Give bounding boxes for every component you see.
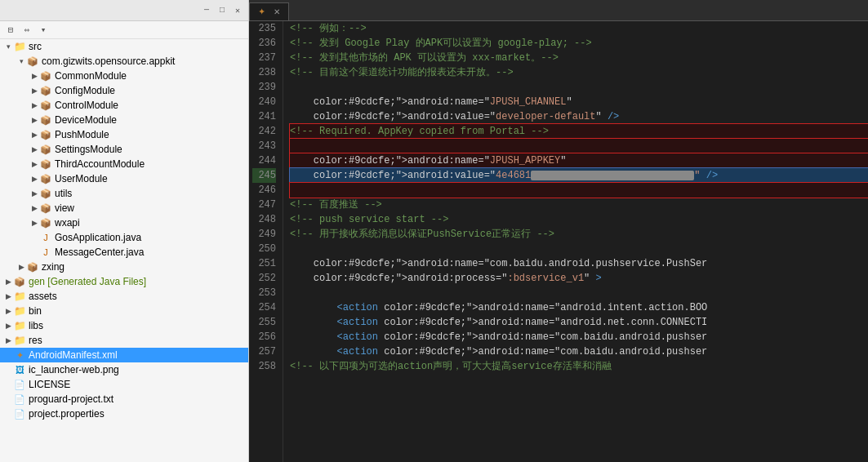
tab-close-button[interactable]: ✕ — [274, 7, 280, 16]
code-line: <action color:#9cdcfe;">android:name="an… — [290, 300, 868, 315]
line-number: 248 — [252, 212, 276, 227]
line-number: 236 — [252, 36, 276, 51]
line-number: 244 — [252, 153, 276, 168]
tree-arrow: ▶ — [29, 101, 39, 109]
line-number: 242 — [252, 124, 276, 139]
tree-item-src[interactable]: ▾📁src — [0, 39, 248, 54]
line-number: 240 — [252, 95, 276, 109]
tree-item-label: src — [29, 41, 42, 52]
tree-arrow: ▶ — [29, 219, 39, 227]
tree-item-ControlModule[interactable]: ▶📦ControlModule — [0, 98, 248, 113]
tree-item-proguard-project[interactable]: 📄proguard-project.txt — [0, 392, 248, 406]
panel-toolbar: ⊟ ⇔ ▾ — [0, 21, 248, 39]
code-line: color:#9cdcfe;">android:name="JPUSH_APPK… — [290, 153, 868, 168]
code-line — [290, 80, 868, 95]
code-line: <!-- 用于接收系统消息以保证PushService正常运行 --> — [290, 227, 868, 242]
tree-item-label: libs — [29, 320, 43, 331]
xml-file-icon: ✦ — [258, 7, 265, 17]
code-line: <!-- 例如：--> — [290, 21, 868, 36]
tree-item-assets[interactable]: ▶📁assets — [0, 289, 248, 304]
tree-item-utils[interactable]: ▶📦utils — [0, 186, 248, 201]
tree-item-label: AndroidManifest.xml — [29, 349, 118, 361]
tree-item-CommonModule[interactable]: ▶📦CommonModule — [0, 69, 248, 83]
tree-arrow: ▶ — [29, 189, 39, 198]
tree-item-zxing[interactable]: ▶📦zxing — [0, 260, 248, 274]
code-line: color:#9cdcfe;">android:name="com.baidu.… — [290, 256, 868, 271]
tree-item-label: assets — [29, 291, 57, 302]
tree-item-label: ConfigModule — [55, 85, 115, 96]
package-icon: 📦 — [39, 69, 52, 82]
editor-panel: ✦ ✕ 235236237238239240241242243244245246… — [249, 0, 868, 462]
package-icon: 📦 — [39, 143, 52, 156]
minimize-icon[interactable]: ─ — [200, 4, 213, 17]
tree-item-AndroidManifest[interactable]: ✦AndroidManifest.xml — [0, 348, 248, 362]
tree-item-MessageCenter[interactable]: JMessageCenter.java — [0, 245, 248, 260]
line-number: 243 — [252, 139, 276, 153]
package-icon: 📦 — [39, 158, 52, 171]
line-number: 252 — [252, 271, 276, 286]
tree-item-label: com.gizwits.opensource.appkit — [42, 56, 175, 67]
tree-item-LICENSE[interactable]: 📄LICENSE — [0, 377, 248, 392]
code-line: <!-- Required. AppKey copied from Portal… — [290, 124, 868, 139]
tree-item-UserModule[interactable]: ▶📦UserModule — [0, 171, 248, 186]
gen-icon: 📦 — [13, 275, 26, 288]
tree-item-bin[interactable]: ▶📁bin — [0, 304, 248, 318]
tree-item-gen[interactable]: ▶📦gen [Generated Java Files] — [0, 274, 248, 289]
tree-item-com.gizwits.opensource.appkit[interactable]: ▾📦com.gizwits.opensource.appkit — [0, 54, 248, 69]
tree-item-PushModule[interactable]: ▶📦PushModule — [0, 127, 248, 142]
tree-arrow: ▶ — [3, 322, 13, 330]
java-icon: J — [39, 246, 52, 259]
tree-item-ic_launcher[interactable]: 🖼ic_launcher-web.png — [0, 362, 248, 377]
tree-arrow: ▶ — [16, 263, 26, 271]
code-line: <!-- push service start --> — [290, 212, 868, 227]
line-number: 251 — [252, 256, 276, 271]
code-line: <!-- 百度推送 --> — [290, 198, 868, 212]
tree-item-SettingsModule[interactable]: ▶📦SettingsModule — [0, 142, 248, 157]
folder-icon: 📁 — [13, 334, 26, 347]
close-icon[interactable]: ✕ — [231, 4, 244, 17]
link-editor-icon[interactable]: ⇔ — [20, 23, 34, 38]
tree-item-label: zxing — [42, 261, 65, 273]
tree-item-DeviceModule[interactable]: ▶📦DeviceModule — [0, 113, 248, 127]
tree-item-wxapi[interactable]: ▶📦wxapi — [0, 215, 248, 230]
tree-item-label: LICENSE — [29, 379, 70, 390]
collapse-all-icon[interactable]: ⊟ — [3, 23, 18, 38]
txt-icon: 📄 — [13, 393, 26, 406]
code-line: <action color:#9cdcfe;">android:name="co… — [290, 344, 868, 359]
tree-item-res[interactable]: ▶📁res — [0, 333, 248, 348]
folder-icon: 📁 — [13, 319, 26, 332]
tree-item-libs[interactable]: ▶📁libs — [0, 318, 248, 333]
tree-item-GosApplication[interactable]: JGosApplication.java — [0, 230, 248, 245]
code-line — [290, 286, 868, 300]
tree-arrow: ▾ — [3, 42, 13, 51]
tree-item-ConfigModule[interactable]: ▶📦ConfigModule — [0, 83, 248, 98]
code-line: color:#9cdcfe;">android:value="developer… — [290, 109, 868, 124]
tree-arrow: ▶ — [29, 131, 39, 139]
code-content[interactable]: <!-- 例如：--><!-- 发到 Google Play 的APK可以设置为… — [283, 21, 868, 462]
tree-item-project.properties[interactable]: 📄project.properties — [0, 406, 248, 421]
tree-item-view[interactable]: ▶📦view — [0, 201, 248, 215]
tree-item-label: ControlModule — [55, 100, 118, 111]
tree-item-ThirdAccountModule[interactable]: ▶📦ThirdAccountModule — [0, 157, 248, 171]
txt-icon: 📄 — [13, 407, 26, 420]
line-number: 238 — [252, 65, 276, 80]
line-number: 245 — [252, 168, 276, 183]
maximize-icon[interactable]: □ — [216, 4, 229, 17]
tree-item-label: PushModule — [55, 129, 109, 140]
code-line — [290, 139, 868, 153]
tree-item-label: DeviceModule — [55, 114, 117, 126]
view-menu-icon[interactable]: ▾ — [36, 23, 51, 38]
tree-arrow: ▶ — [3, 292, 13, 300]
tree-item-label: MessageCenter.java — [55, 247, 144, 258]
code-line: <!-- 发到 Google Play 的APK可以设置为 google-pla… — [290, 36, 868, 51]
line-number: 241 — [252, 109, 276, 124]
package-icon: 📦 — [39, 84, 52, 97]
line-number: 257 — [252, 344, 276, 359]
line-number: 255 — [252, 315, 276, 330]
tree-item-label: gen [Generated Java Files] — [29, 276, 146, 287]
manifest-tab[interactable]: ✦ ✕ — [249, 2, 289, 20]
line-number: 239 — [252, 80, 276, 95]
code-area: 2352362372382392402412422432442452462472… — [249, 21, 868, 462]
tree-arrow: ▶ — [29, 87, 39, 95]
package-icon: 📦 — [39, 172, 52, 185]
